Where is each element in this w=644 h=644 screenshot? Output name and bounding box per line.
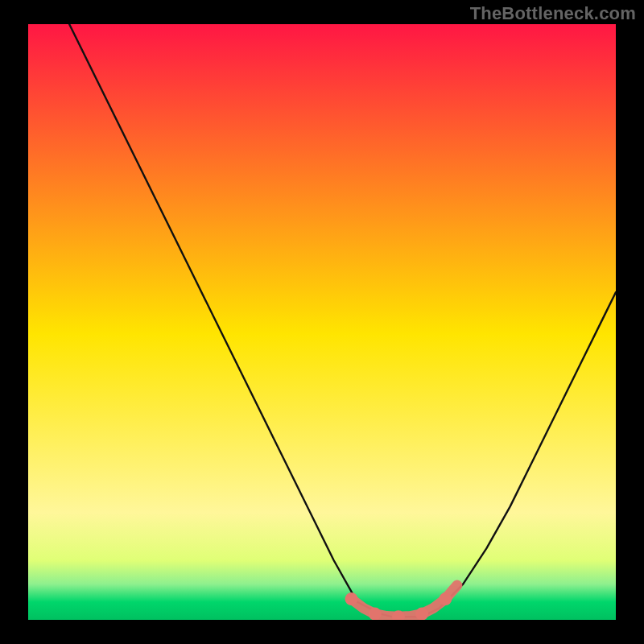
highlight-dot (439, 592, 452, 605)
highlight-dot (415, 608, 428, 620)
highlight-dot (345, 592, 358, 605)
gradient-background (28, 24, 616, 620)
watermark-text: TheBottleneck.com (470, 3, 636, 24)
chart-frame: TheBottleneck.com (0, 0, 644, 644)
plot-area (28, 24, 616, 620)
highlight-dot (369, 608, 382, 620)
v-curve-chart (28, 24, 616, 620)
